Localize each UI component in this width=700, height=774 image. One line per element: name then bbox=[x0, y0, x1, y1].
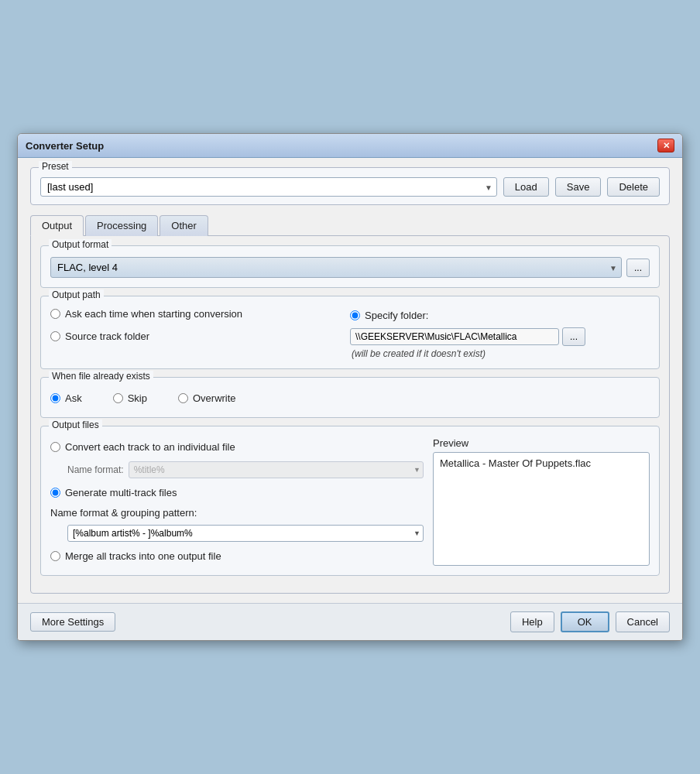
output-path-content: Ask each time when starting conversion S… bbox=[50, 304, 650, 359]
format-select[interactable]: FLAC, level 4 bbox=[50, 257, 622, 278]
preview-box: Metallica - Master Of Puppets.flac bbox=[433, 452, 650, 566]
format-browse-button[interactable]: ... bbox=[626, 259, 650, 277]
multi-radio-row: Generate multi-track files bbox=[50, 487, 424, 498]
tab-processing[interactable]: Processing bbox=[85, 215, 158, 236]
delete-button[interactable]: Delete bbox=[607, 177, 660, 197]
output-files-content: Convert each track to an individual file… bbox=[50, 437, 650, 566]
grouping-select[interactable]: [%album artist% - ]%album% bbox=[67, 525, 424, 542]
more-settings-button[interactable]: More Settings bbox=[30, 612, 115, 632]
file-exists-row: Ask Skip Overwrite bbox=[50, 389, 650, 408]
output-format-row: FLAC, level 4 ... bbox=[50, 257, 650, 278]
merge-radio-row: Merge all tracks into one output file bbox=[50, 550, 424, 562]
source-radio[interactable] bbox=[50, 331, 60, 341]
skip-exists-label[interactable]: Skip bbox=[128, 392, 147, 404]
name-format-select[interactable]: %title% bbox=[129, 461, 424, 478]
output-files-label: Output files bbox=[49, 420, 102, 430]
overwrite-exists-row: Overwrite bbox=[178, 392, 236, 404]
preview-panel: Preview Metallica - Master Of Puppets.fl… bbox=[433, 437, 650, 566]
individual-radio-row: Convert each track to an individual file bbox=[50, 441, 424, 453]
grouping-label-text: Name format & grouping pattern: bbox=[50, 507, 424, 519]
overwrite-exists-label[interactable]: Overwrite bbox=[193, 392, 236, 404]
title-bar: Converter Setup ✕ bbox=[18, 134, 682, 158]
ask-exists-row: Ask bbox=[50, 392, 82, 404]
folder-path-row: ... bbox=[350, 327, 650, 346]
individual-radio[interactable] bbox=[50, 442, 60, 452]
skip-exists-radio[interactable] bbox=[113, 393, 123, 403]
format-select-wrapper: FLAC, level 4 bbox=[50, 257, 622, 278]
ask-radio-label[interactable]: Ask each time when starting conversion bbox=[65, 308, 242, 320]
tab-content-output: Output format FLAC, level 4 ... Output p… bbox=[30, 235, 670, 594]
multi-radio-label[interactable]: Generate multi-track files bbox=[65, 487, 177, 498]
ask-exists-radio[interactable] bbox=[50, 393, 60, 403]
ok-button[interactable]: OK bbox=[561, 611, 609, 632]
specify-radio-row: Specify folder: bbox=[350, 310, 650, 321]
file-exists-label: When file already exists bbox=[49, 371, 153, 382]
cancel-button[interactable]: Cancel bbox=[616, 611, 670, 632]
multi-radio[interactable] bbox=[50, 488, 60, 498]
ask-exists-label[interactable]: Ask bbox=[65, 392, 82, 404]
name-format-row: Name format: %title% bbox=[67, 461, 424, 478]
preview-label: Preview bbox=[433, 437, 650, 449]
output-path-label: Output path bbox=[49, 289, 104, 300]
source-radio-label[interactable]: Source track folder bbox=[65, 330, 149, 342]
grouping-pattern-row: [%album artist% - ]%album% bbox=[67, 525, 424, 542]
tab-other[interactable]: Other bbox=[160, 215, 208, 236]
save-button[interactable]: Save bbox=[555, 177, 602, 197]
output-path-group: Output path Ask each time when starting … bbox=[40, 296, 660, 369]
dialog-body: Preset [last used] Load Save Delete Outp… bbox=[18, 158, 682, 603]
tabs-container: Output Processing Other Output format FL… bbox=[30, 214, 670, 594]
output-format-group: Output format FLAC, level 4 ... bbox=[40, 245, 660, 288]
dialog-title: Converter Setup bbox=[26, 140, 104, 152]
footer-right: Help OK Cancel bbox=[510, 611, 670, 632]
help-button[interactable]: Help bbox=[510, 611, 554, 632]
output-files-left: Convert each track to an individual file… bbox=[50, 437, 424, 566]
dialog-window: Converter Setup ✕ Preset [last used] Loa… bbox=[17, 133, 683, 641]
path-note: (will be created if it doesn't exist) bbox=[352, 348, 650, 359]
overwrite-exists-radio[interactable] bbox=[178, 393, 188, 403]
ask-radio-row: Ask each time when starting conversion bbox=[50, 308, 350, 320]
tabs-header: Output Processing Other bbox=[30, 214, 670, 235]
folder-browse-button[interactable]: ... bbox=[562, 327, 585, 346]
skip-exists-row: Skip bbox=[113, 392, 147, 404]
specify-radio[interactable] bbox=[350, 310, 360, 320]
left-radios: Ask each time when starting conversion S… bbox=[50, 304, 350, 346]
dialog-footer: More Settings Help OK Cancel bbox=[18, 603, 682, 640]
source-radio-row: Source track folder bbox=[50, 330, 350, 342]
close-button[interactable]: ✕ bbox=[657, 139, 674, 152]
individual-radio-label[interactable]: Convert each track to an individual file bbox=[65, 441, 235, 453]
folder-path-input[interactable] bbox=[350, 328, 559, 345]
tab-output[interactable]: Output bbox=[30, 215, 84, 236]
output-files-group: Output files Convert each track to an in… bbox=[40, 426, 660, 576]
name-format-select-wrapper: %title% bbox=[129, 461, 424, 478]
right-folder: Specify folder: ... (will be created if … bbox=[350, 304, 650, 359]
output-format-label: Output format bbox=[49, 239, 112, 250]
preset-group: Preset [last used] Load Save Delete bbox=[30, 167, 670, 205]
file-exists-group: When file already exists Ask Skip Ove bbox=[40, 377, 660, 418]
merge-radio[interactable] bbox=[50, 551, 60, 561]
load-button[interactable]: Load bbox=[503, 177, 549, 197]
preset-label: Preset bbox=[39, 161, 72, 172]
grouping-select-wrapper: [%album artist% - ]%album% bbox=[67, 525, 424, 542]
preset-row: [last used] Load Save Delete bbox=[40, 177, 660, 197]
name-format-label-text: Name format: bbox=[67, 464, 124, 475]
specify-radio-label[interactable]: Specify folder: bbox=[365, 310, 428, 321]
preset-select[interactable]: [last used] bbox=[40, 177, 497, 197]
merge-radio-label[interactable]: Merge all tracks into one output file bbox=[65, 550, 221, 562]
ask-radio[interactable] bbox=[50, 309, 60, 319]
preset-select-wrapper: [last used] bbox=[40, 177, 497, 197]
